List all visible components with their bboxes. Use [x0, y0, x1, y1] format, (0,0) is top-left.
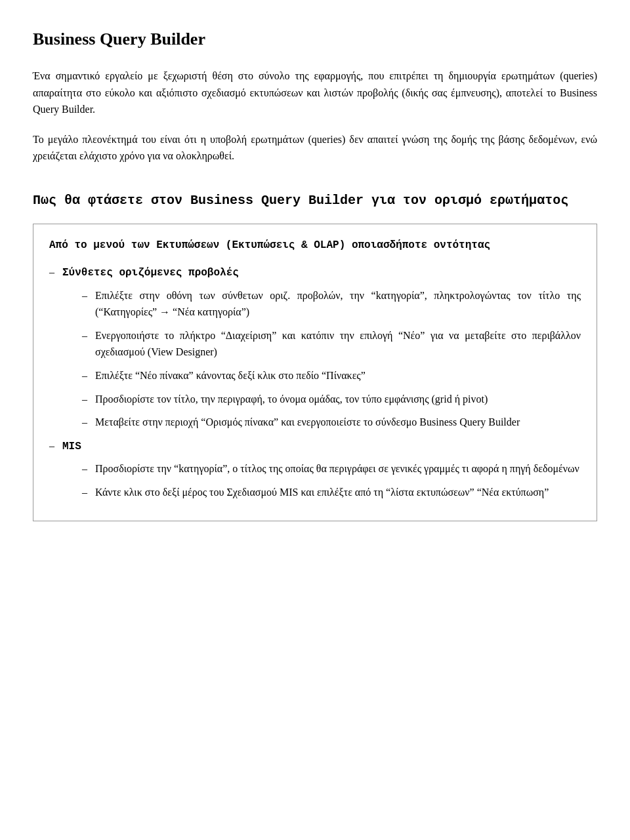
sub-list-item-1-1: Επιλέξτε στην οθόνη των σύνθετων οριζ. π… [82, 287, 581, 321]
page-title: Business Query Builder [33, 26, 597, 52]
intro-paragraph-2: Το μεγάλο πλεονέκτημά του είναι ότι η υπ… [33, 131, 597, 165]
list-item-2: MIS Προσδιορίστε την “kατηγορία”, ο τίτλ… [49, 437, 581, 501]
sub-list-item-1-4: Προσδιορίστε τον τίτλο, την περιγραφή, τ… [82, 391, 581, 408]
intro-paragraph-1: Ένα σημαντικό εργαλείο με ξεχωριστή θέση… [33, 68, 597, 118]
from-menu-text: Από το μενού των Εκτυπώσεων (Εκτυπώσεις … [49, 237, 581, 253]
sub-list-item-1-3: Επιλέξτε “Νέο πίνακα” κάνοντας δεξί κλικ… [82, 367, 581, 384]
sub-list-item-1-2: Ενεργοποιήστε το πλήκτρο “Διαχείριση” κα… [82, 327, 581, 361]
sub-list-1: Επιλέξτε στην οθόνη των σύνθετων οριζ. π… [62, 287, 581, 431]
list-item-1-label: Σύνθετες οριζόμενες προβολές [62, 267, 239, 279]
main-list: Σύνθετες οριζόμενες προβολές Επιλέξτε στ… [49, 264, 581, 501]
sub-list-item-2-1: Προσδιορίστε την “kατηγορία”, ο τίτλος τ… [82, 460, 581, 477]
list-item-1: Σύνθετες οριζόμενες προβολές Επιλέξτε στ… [49, 264, 581, 431]
sub-list-2: Προσδιορίστε την “kατηγορία”, ο τίτλος τ… [62, 460, 581, 500]
bordered-section: Από το μενού των Εκτυπώσεων (Εκτυπώσεις … [33, 224, 597, 521]
sub-list-item-2-2: Κάντε κλικ στο δεξί μέρος του Σχεδιασμού… [82, 484, 581, 501]
list-item-2-label: MIS [62, 441, 81, 452]
section-heading: Πως θα φτάσετε στον Business Query Build… [33, 191, 597, 210]
sub-list-item-1-5: Μεταβείτε στην περιοχή “Ορισμός πίνακα” … [82, 414, 581, 431]
